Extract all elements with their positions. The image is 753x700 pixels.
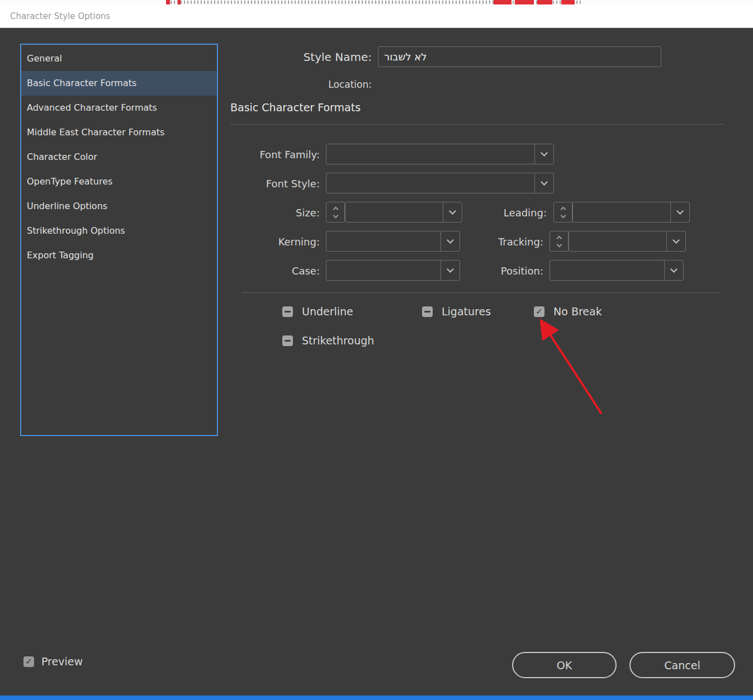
chevron-down-icon (449, 207, 456, 215)
chevron-up-icon (333, 206, 338, 212)
position-select[interactable] (550, 260, 684, 281)
kerning-dropdown-button[interactable] (441, 231, 460, 251)
size-stepper[interactable] (326, 202, 345, 223)
chevron-down-icon (541, 178, 548, 186)
kerning-select[interactable] (326, 231, 460, 252)
font-style-label: Font Style: (208, 178, 320, 190)
kerning-value (326, 231, 441, 251)
font-family-value (326, 144, 534, 164)
background-red-mark (178, 0, 181, 4)
strikethrough-label: Strikethrough (302, 334, 374, 347)
tracking-select[interactable] (569, 231, 686, 252)
background-red-mark (494, 0, 512, 4)
position-value (550, 261, 664, 280)
sidebar-item-export-tagging[interactable]: Export Tagging (21, 243, 217, 268)
chevron-down-icon (333, 212, 338, 218)
style-name-input[interactable]: לא לשבור (378, 46, 661, 67)
font-family-select[interactable] (326, 144, 554, 164)
section-title: Basic Character Formats (230, 101, 361, 113)
ok-button[interactable]: OK (512, 652, 617, 678)
font-style-dropdown-button[interactable] (534, 173, 553, 193)
annotation-arrow (520, 310, 621, 422)
sidebar-item-character-color[interactable]: Character Color (21, 145, 217, 169)
strikethrough-checkbox[interactable] (282, 335, 293, 346)
sidebar-item-strikethrough-options[interactable]: Strikethrough Options (21, 219, 217, 243)
background-red-mark (166, 0, 170, 4)
chevron-up-icon (560, 206, 566, 212)
font-style-select[interactable] (326, 173, 554, 193)
checkmark-icon: ✓ (25, 658, 32, 666)
no-break-label: No Break (553, 305, 602, 318)
leading-value (573, 202, 670, 222)
font-family-label: Font Family: (208, 149, 320, 160)
chevron-down-icon (556, 242, 562, 247)
mixed-state-icon (285, 340, 291, 342)
character-style-options-dialog: Character Style Options General Basic Ch… (0, 0, 753, 700)
style-name-label: Style Name: (235, 50, 372, 64)
sidebar-item-advanced-character-formats[interactable]: Advanced Character Formats (21, 96, 217, 120)
font-family-dropdown-button[interactable] (534, 144, 553, 164)
mixed-state-icon (285, 311, 291, 313)
leading-dropdown-button[interactable] (670, 202, 689, 222)
chevron-down-icon (560, 212, 566, 218)
sidebar-item-general[interactable]: General (21, 46, 217, 71)
background-document-strip (0, 0, 753, 4)
no-break-checkbox[interactable]: ✓ (534, 306, 544, 317)
size-dropdown-button[interactable] (443, 202, 462, 222)
chevron-down-icon (447, 237, 454, 244)
mixed-state-icon (424, 311, 430, 313)
underline-checkbox[interactable] (282, 306, 293, 317)
case-dropdown-button[interactable] (441, 261, 460, 280)
dialog-title: Character Style Options (10, 11, 110, 21)
case-select[interactable] (326, 260, 460, 281)
window-bottom-bar (0, 696, 753, 700)
background-red-mark (515, 0, 534, 4)
leading-select[interactable] (572, 202, 690, 223)
location-label: Location: (235, 79, 372, 90)
ligatures-label: Ligatures (442, 305, 491, 318)
chevron-down-icon (541, 149, 548, 157)
background-red-mark (537, 0, 552, 4)
preview-checkbox[interactable]: ✓ (23, 656, 34, 667)
divider (230, 124, 724, 125)
size-select[interactable] (345, 202, 462, 223)
ligatures-checkbox[interactable] (422, 306, 433, 317)
size-value (345, 202, 443, 222)
case-value (326, 261, 441, 280)
leading-stepper[interactable] (553, 202, 572, 223)
sidebar-item-basic-character-formats[interactable]: Basic Character Formats (21, 71, 217, 96)
sidebar-item-opentype-features[interactable]: OpenType Features (21, 169, 217, 194)
sidebar-item-underline-options[interactable]: Underline Options (21, 194, 217, 219)
dialog-titlebar[interactable]: Character Style Options (0, 4, 753, 28)
chevron-down-icon (673, 237, 680, 244)
style-name-value: לא לשבור (384, 51, 427, 63)
preview-label: Preview (41, 655, 83, 668)
position-dropdown-button[interactable] (664, 261, 683, 280)
cancel-button[interactable]: Cancel (629, 652, 735, 678)
checkmark-icon: ✓ (536, 308, 543, 316)
font-style-value (326, 173, 534, 193)
chevron-down-icon (447, 266, 454, 273)
underline-label: Underline (302, 305, 353, 318)
chevron-up-icon (556, 235, 562, 241)
kerning-label: Kerning: (208, 236, 320, 248)
divider (241, 292, 721, 293)
case-label: Case: (208, 265, 320, 277)
tracking-stepper[interactable] (550, 231, 569, 252)
sidebar-item-middle-east-character-formats[interactable]: Middle East Character Formats (21, 120, 217, 145)
tracking-dropdown-button[interactable] (666, 231, 685, 251)
chevron-down-icon (670, 266, 678, 273)
sidebar-panel: General Basic Character Formats Advanced… (20, 44, 218, 436)
tracking-value (569, 231, 666, 251)
background-red-mark (561, 0, 575, 4)
size-label: Size: (208, 207, 320, 219)
chevron-down-icon (676, 207, 684, 215)
